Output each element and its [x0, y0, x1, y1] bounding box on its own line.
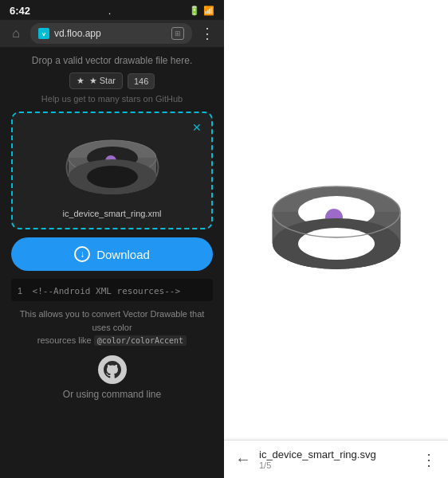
svg-point-7	[87, 166, 138, 188]
code-comment: <!--Android XML resources-->	[33, 286, 180, 296]
right-menu-button[interactable]: ⋮	[421, 450, 437, 469]
address-bar[interactable]: v vd.floo.app ⊞	[30, 23, 192, 44]
convert-hint: This allows you to convert Vector Drawab…	[11, 308, 213, 347]
download-label: Download	[96, 248, 150, 261]
close-button[interactable]: ✕	[189, 120, 205, 135]
main-content: Drop a valid vector drawable file here. …	[0, 47, 224, 478]
download-icon: ↓	[74, 246, 90, 262]
github-logo[interactable]	[98, 355, 127, 384]
left-panel: 6:42 . 🔋 📶 ⌂ v vd.floo.app ⊞ ⋮ Drop a va…	[0, 0, 224, 478]
star-button[interactable]: ★ ★ Star	[69, 72, 123, 89]
svg-point-14	[298, 228, 375, 260]
url-text: vd.floo.app	[54, 28, 101, 39]
code-line: 1 <!--Android XML resources-->	[11, 279, 213, 301]
right-file-page: 1/5	[259, 460, 413, 470]
status-icons: 🔋 📶	[189, 6, 214, 16]
status-time: 6:42	[10, 5, 30, 17]
convert-hint-resources: resources like	[37, 335, 94, 345]
star-count: 146	[128, 73, 155, 89]
right-file-name: ic_device_smart_ring.svg	[259, 449, 413, 460]
convert-hint-prefix: This allows you to convert Vector Drawab…	[20, 309, 205, 332]
github-logo-row	[11, 355, 213, 384]
ring-preview	[57, 123, 168, 202]
status-dot: .	[108, 5, 112, 17]
github-hint-text: Help us get to many stars on GitHub	[11, 94, 213, 104]
download-button[interactable]: ↓ Download	[11, 237, 213, 271]
drop-hint-text: Drop a valid vector drawable file here.	[11, 55, 213, 66]
browser-menu-button[interactable]: ⋮	[197, 23, 218, 44]
star-label: ★ Star	[89, 76, 116, 86]
command-line-text: Or using command line	[11, 389, 213, 400]
status-bar: 6:42 . 🔋 📶	[0, 0, 224, 20]
star-row: ★ ★ Star 146	[11, 72, 213, 89]
browser-chrome: ⌂ v vd.floo.app ⊞ ⋮	[0, 20, 224, 47]
right-file-info: ic_device_smart_ring.svg 1/5	[259, 449, 413, 470]
right-panel: ← ic_device_smart_ring.svg 1/5 ⋮	[224, 0, 448, 478]
right-bottom-bar: ← ic_device_smart_ring.svg 1/5 ⋮	[224, 440, 448, 478]
tab-icon[interactable]: ⊞	[171, 27, 184, 40]
right-back-button[interactable]: ←	[235, 450, 251, 468]
github-icon	[104, 361, 121, 378]
battery-icon: 🔋	[189, 6, 200, 16]
back-button[interactable]: ⌂	[6, 26, 26, 41]
signal-icon: 📶	[203, 6, 214, 16]
large-ring-svg	[257, 140, 416, 300]
svg-preview-area	[224, 0, 448, 440]
file-name-label: ic_device_smart_ring.xml	[62, 209, 161, 218]
file-preview-card: ✕	[11, 112, 213, 229]
favicon: v	[38, 28, 49, 39]
star-icon: ★	[77, 76, 84, 86]
convert-hint-code: @color/colorAccent	[94, 335, 187, 346]
ring-preview-svg	[57, 123, 168, 202]
line-number: 1	[18, 286, 22, 296]
